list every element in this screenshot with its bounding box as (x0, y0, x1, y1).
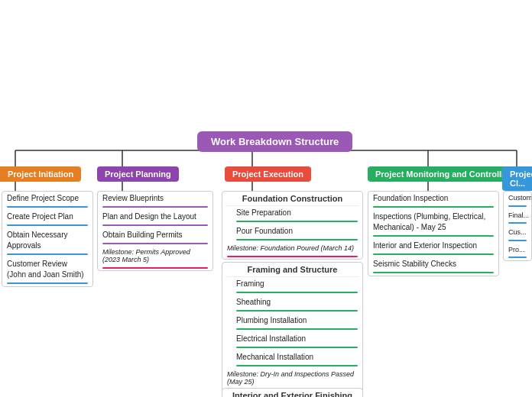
closeout-item-3: Pro... (504, 244, 531, 257)
execution-interior-box: Interior and Exterior Finishing (222, 388, 363, 397)
root-node: Work Breakdown Structure (197, 131, 352, 152)
col-initiation-label: Project Initiation (8, 169, 73, 179)
closeout-box: Customer... Final... Cus... Pro... (503, 191, 532, 261)
col-header-planning: Project Planning (97, 166, 179, 182)
initiation-item-1: Create Project Plan (2, 210, 92, 224)
initiation-box: Define Project Scope Create Project Plan… (2, 191, 93, 287)
planning-item-2: Obtain Building Permits (98, 228, 212, 242)
exec-framing-3: Electrical Installation (222, 332, 362, 346)
closeout-item-1: Final... (504, 209, 531, 222)
exec-framing-1: Sheathing (222, 295, 362, 309)
closeout-item-2: Cus... (504, 226, 531, 239)
root-label: Work Breakdown Structure (211, 136, 339, 147)
execution-interior-title: Interior and Exterior Finishing (222, 389, 362, 397)
col-header-execution: Project Execution (225, 166, 311, 182)
col-closeout-label: Project Cl... (510, 169, 532, 188)
exec-item-0: Site Preparation (222, 206, 362, 220)
planning-item-0: Review Blueprints (98, 192, 212, 205)
execution-foundation-title: Foundation Construction (222, 192, 362, 205)
canvas: Work Breakdown Structure Project Initiat… (0, 0, 532, 397)
monitoring-item-3: Seismic Stability Checks (368, 257, 498, 271)
initiation-item-0: Define Project Scope (2, 192, 92, 205)
planning-item-1: Plan and Design the Layout (98, 210, 212, 224)
closeout-item-0: Customer... (504, 192, 531, 205)
exec-framing-4: Mechanical Installation (222, 350, 362, 364)
initiation-item-2: Obtain Necessary Approvals (2, 228, 92, 253)
col-planning-label: Project Planning (105, 169, 171, 179)
monitoring-item-0: Foundation Inspection (368, 192, 498, 205)
monitoring-item-2: Interior and Exterior Inspection (368, 239, 498, 253)
planning-milestone: Milestone: Permits Approved (2023 March … (98, 247, 212, 266)
col-header-initiation: Project Initiation (0, 166, 81, 182)
monitoring-box: Foundation Inspection Inspections (Plumb… (368, 191, 499, 276)
exec-framing-milestone: Milestone: Dry-In and Inspections Passed… (222, 369, 362, 389)
exec-framing-2: Plumbing Installation (222, 314, 362, 328)
exec-framing-0: Framing (222, 277, 362, 291)
exec-foundation-milestone: Milestone: Foundation Poured (March 14) (222, 243, 362, 255)
col-header-monitoring: Project Monitoring and Controlling (368, 166, 521, 182)
exec-item-1: Pour Foundation (222, 224, 362, 238)
execution-framing-title: Framing and Structure (222, 263, 362, 276)
planning-box: Review Blueprints Plan and Design the La… (97, 191, 213, 271)
col-execution-label: Project Execution (232, 169, 303, 179)
execution-framing-box: Framing and Structure Framing Sheathing … (222, 262, 363, 393)
monitoring-item-1: Inspections (Plumbing, Electrical, Mecha… (368, 210, 498, 234)
col-header-closeout: Project Cl... (502, 166, 532, 191)
initiation-item-3: Customer Review (John and Joan Smith) (2, 257, 92, 282)
execution-foundation-box: Foundation Construction Site Preparation… (222, 191, 363, 260)
col-monitoring-label: Project Monitoring and Controlling (375, 169, 514, 179)
